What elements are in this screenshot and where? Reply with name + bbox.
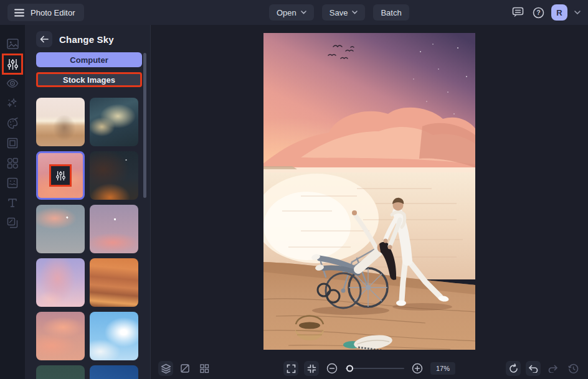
sidebar-item-touchup[interactable] — [0, 73, 25, 93]
sky-thumbnail-original-beach-photo[interactable] — [36, 98, 85, 146]
sidebar-item-image-manager[interactable] — [0, 34, 25, 54]
editor-canvas[interactable]: 17% — [151, 25, 588, 379]
reset-button[interactable] — [506, 361, 521, 376]
minus-circle-icon — [326, 363, 338, 374]
refresh-icon — [508, 363, 519, 374]
selected-sky-adjust-button[interactable] — [49, 164, 72, 187]
tool-sidebar — [0, 25, 25, 379]
undo-button[interactable] — [526, 361, 541, 376]
layers-icon — [161, 363, 171, 374]
redo-icon — [548, 364, 559, 373]
zoom-slider[interactable] — [345, 368, 404, 369]
user-avatar[interactable]: R — [551, 4, 567, 21]
panel-title: Change Sky — [59, 34, 114, 45]
save-button[interactable]: Save — [322, 4, 366, 21]
panel-scrollbar[interactable] — [143, 53, 146, 198]
stock-images-source-button[interactable]: Stock Images — [36, 72, 142, 87]
batch-button[interactable]: Batch — [373, 4, 409, 21]
computer-source-button[interactable]: Computer — [36, 52, 142, 67]
image-icon — [7, 39, 19, 49]
history-clock-icon — [568, 363, 579, 374]
sidebar-item-adjust[interactable] — [0, 54, 25, 73]
frame-icon — [7, 138, 18, 149]
back-button[interactable] — [36, 31, 52, 47]
layers-button[interactable] — [158, 361, 173, 376]
plus-circle-icon — [412, 363, 423, 374]
sky-thumbnail-dark-orange-clouds-sky[interactable] — [90, 151, 138, 200]
sidebar-item-artsy[interactable] — [0, 113, 25, 133]
sky-thumbnail-mauve-sky-with-moon[interactable] — [90, 205, 138, 253]
help-icon[interactable]: ? — [531, 5, 546, 20]
adjust-sliders-icon — [56, 171, 65, 181]
top-bar: Photo Editor Open Save Batch ? R — [0, 0, 588, 25]
shrink-icon — [306, 364, 316, 373]
overlay-icon — [7, 177, 18, 189]
fit-to-screen-button[interactable] — [304, 361, 319, 376]
annotation-red-box — [2, 54, 23, 75]
text-icon — [7, 198, 17, 208]
zoom-in-button[interactable] — [410, 361, 425, 376]
zoom-out-button[interactable] — [325, 361, 339, 376]
sidebar-item-effects[interactable] — [0, 93, 25, 113]
grid-view-button[interactable] — [197, 361, 212, 376]
zoom-slider-handle[interactable] — [346, 365, 353, 372]
sky-thumbnail-lavender-pink-clouds[interactable] — [36, 258, 85, 307]
topbar-right: ? R — [510, 4, 581, 21]
app-title: Photo Editor — [31, 8, 75, 17]
sky-thumbnail-deep-blue-sky-cloud[interactable] — [90, 365, 138, 379]
sky-thumbnail-pink-sunset-clouds-sky[interactable] — [36, 151, 85, 200]
app-menu-button[interactable]: Photo Editor — [7, 4, 84, 21]
textures-icon — [7, 217, 18, 228]
sky-thumbnail-orange-sunset-streaks[interactable] — [90, 258, 138, 307]
sidebar-item-graphics[interactable] — [0, 153, 25, 173]
undo-icon — [528, 364, 539, 373]
sky-thumbnail-blue-sky-white-clouds[interactable] — [90, 312, 138, 360]
canvas-bottom-toolbar: 17% — [151, 358, 588, 379]
chevron-down-icon — [301, 11, 306, 14]
view-original-button[interactable] — [178, 361, 192, 376]
shapes-icon — [7, 157, 18, 169]
sky-thumbnail-teal-sky-with-moon[interactable] — [36, 365, 85, 379]
sidebar-item-text[interactable] — [0, 193, 25, 213]
expand-icon — [286, 364, 295, 373]
sky-thumbnail-dark-teal-clouds-sky[interactable] — [90, 98, 138, 146]
sky-thumbnail-grid — [36, 98, 138, 379]
sparkles-icon — [7, 98, 18, 109]
hamburger-icon — [14, 9, 24, 17]
grid-squares-icon — [199, 363, 209, 373]
view-original-icon — [180, 363, 190, 373]
adjust-sliders-icon — [7, 58, 18, 70]
back-arrow-icon — [40, 35, 49, 43]
sidebar-item-frames[interactable] — [0, 133, 25, 153]
zoom-level-display[interactable]: 17% — [430, 362, 455, 375]
palette-icon — [7, 118, 19, 129]
fullscreen-button[interactable] — [283, 361, 298, 376]
chevron-down-icon — [352, 11, 358, 14]
sky-thumbnail-pink-orange-clouds[interactable] — [36, 312, 85, 360]
redo-button[interactable] — [546, 361, 561, 376]
sidebar-item-textures[interactable] — [0, 213, 25, 233]
svg-text:?: ? — [536, 9, 540, 16]
canvas-image-beach-wheelchair[interactable] — [263, 33, 475, 350]
change-sky-panel: Change Sky Computer Stock Images — [25, 25, 151, 379]
file-actions: Open Save Batch — [269, 4, 409, 21]
feedback-chat-icon[interactable] — [510, 5, 525, 20]
open-button[interactable]: Open — [269, 4, 314, 21]
sky-thumbnail-gray-sky-pink-cloud[interactable] — [36, 205, 85, 253]
eye-icon — [6, 79, 19, 88]
account-chevron-down-icon[interactable] — [574, 11, 581, 14]
history-button[interactable] — [566, 361, 581, 376]
sidebar-item-overlays[interactable] — [0, 173, 25, 193]
